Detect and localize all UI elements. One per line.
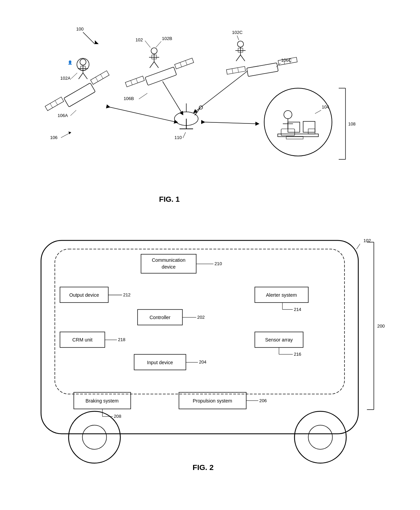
ref-206-label: 206	[259, 398, 267, 403]
svg-point-79	[69, 411, 121, 463]
svg-point-81	[294, 411, 346, 463]
svg-line-36	[139, 93, 147, 99]
ref-106-label: 106	[50, 135, 58, 140]
svg-line-45	[232, 68, 233, 73]
ref-110-label: 110	[174, 135, 182, 140]
braking-system-label: Braking system	[86, 398, 119, 404]
svg-line-25	[154, 62, 159, 68]
ref-204-label: 204	[199, 359, 206, 365]
svg-rect-31	[174, 58, 193, 69]
svg-line-41	[240, 55, 245, 61]
svg-line-0	[83, 32, 95, 44]
ref-214-label: 214	[294, 307, 301, 312]
comm-device-label-line1: Communication	[152, 257, 185, 263]
svg-line-12	[50, 103, 53, 108]
svg-line-76	[203, 122, 257, 124]
crm-unit-label: CRM unit	[72, 337, 92, 342]
ref-102A-label: 102A	[60, 76, 71, 81]
svg-line-30	[136, 78, 138, 83]
svg-line-7	[79, 73, 83, 79]
svg-line-13	[55, 100, 58, 105]
svg-text:👤: 👤	[68, 60, 72, 65]
comm-device-label-line2: device	[162, 264, 175, 270]
svg-point-21	[151, 48, 157, 54]
ref-106C-label: 106C	[281, 58, 292, 63]
ref-216-label: 216	[294, 352, 301, 357]
svg-point-82	[308, 425, 332, 449]
fig2-caption: FIG. 2	[193, 463, 214, 472]
svg-line-16	[101, 74, 103, 79]
ref-212-label: 212	[123, 292, 130, 297]
ref-200-label: 200	[377, 323, 385, 329]
svg-rect-11	[45, 97, 64, 111]
svg-rect-28	[125, 76, 144, 87]
svg-rect-43	[247, 63, 278, 76]
propulsion-system-label: Propulsion system	[193, 398, 232, 404]
svg-marker-20	[68, 132, 71, 134]
fig2-diagram: Communication device 210 Output device 2…	[20, 227, 400, 482]
svg-line-24	[150, 62, 154, 68]
ref-106B-label: 106B	[124, 96, 134, 101]
svg-line-17	[71, 73, 77, 79]
ref-202-label: 202	[197, 315, 205, 320]
svg-line-75	[195, 71, 247, 112]
svg-line-74	[163, 81, 182, 114]
fig1-svg: 100 👤	[20, 14, 400, 224]
svg-line-35	[156, 41, 161, 47]
svg-line-69	[315, 110, 321, 114]
ref-102-label: 102	[135, 37, 143, 42]
fig1-diagram: 100 👤	[20, 14, 400, 224]
ref-218-label: 218	[118, 337, 125, 342]
ref-108-label: 108	[348, 121, 356, 126]
ref-100-label: 100	[76, 26, 84, 32]
fig1-caption: FIG. 1	[159, 195, 180, 203]
svg-line-18	[70, 110, 76, 116]
svg-line-58	[183, 132, 186, 138]
svg-point-37	[237, 41, 244, 47]
svg-rect-67	[308, 129, 315, 134]
svg-line-15	[96, 77, 98, 81]
sensor-array-label: Sensor array	[265, 337, 293, 342]
ref-102B-label: 102B	[162, 36, 172, 41]
svg-line-40	[236, 55, 240, 61]
svg-rect-27	[145, 67, 176, 85]
svg-rect-14	[90, 71, 109, 84]
controller-label: Controller	[149, 315, 170, 320]
ref-208-label: 208	[114, 414, 121, 419]
svg-line-8	[83, 73, 87, 79]
svg-line-34	[145, 41, 150, 47]
svg-line-50	[237, 36, 239, 40]
svg-rect-10	[64, 83, 96, 107]
input-device-label: Input device	[147, 360, 173, 365]
ref-210-label: 210	[214, 261, 222, 266]
svg-point-80	[82, 425, 106, 449]
alerter-system-label: Alerter system	[266, 292, 297, 298]
output-device-label: Output device	[69, 292, 99, 298]
ref-102C-label: 102C	[232, 30, 243, 35]
svg-point-4	[80, 59, 86, 65]
ref-106A-label: 106A	[58, 113, 68, 118]
svg-line-56	[195, 109, 200, 115]
svg-point-63	[284, 111, 292, 119]
svg-rect-78	[55, 249, 344, 394]
page: 100 👤	[0, 0, 420, 510]
svg-line-73	[108, 107, 176, 122]
svg-line-29	[131, 80, 132, 85]
svg-line-104	[357, 244, 360, 249]
svg-rect-44	[226, 66, 246, 74]
fig2-svg: Communication device 210 Output device 2…	[20, 227, 400, 482]
svg-line-33	[185, 60, 187, 65]
svg-rect-62	[303, 121, 315, 132]
svg-line-32	[180, 62, 182, 67]
svg-line-46	[238, 67, 238, 72]
ref-104-label: 104	[322, 104, 329, 110]
